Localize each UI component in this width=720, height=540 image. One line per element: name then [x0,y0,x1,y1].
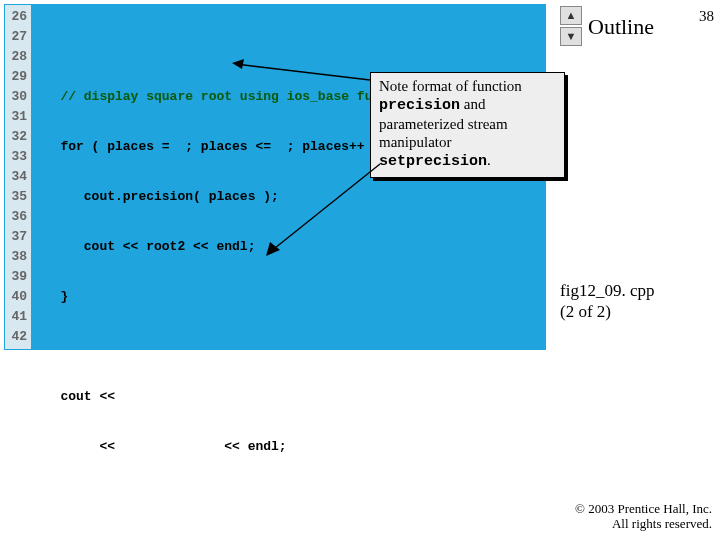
sidebar: 38 Outline ▲ ▼ fig12_09. cpp (2 of 2) [550,0,720,540]
line-number: 42 [5,327,31,347]
line-number: 35 [5,187,31,207]
line-number: 38 [5,247,31,267]
code-line: cout << [31,387,545,407]
line-number: 26 [5,7,31,27]
code-line [31,337,545,357]
copyright: © 2003 Prentice Hall, Inc. All rights re… [575,501,712,532]
callout-note: Note format of function precision and pa… [370,72,565,178]
line-number: 34 [5,167,31,187]
page-number: 38 [699,8,714,25]
code-line: cout.precision( places ); [31,187,545,207]
line-number: 28 [5,47,31,67]
line-number: 27 [5,27,31,47]
code-line [31,487,545,507]
line-number: 41 [5,307,31,327]
line-number-gutter: 26 27 28 29 30 31 32 33 34 35 36 37 38 3… [5,5,31,349]
code-line [31,37,545,57]
callout-code: precision [379,97,460,114]
code-line: << << endl; [31,437,545,457]
nav-up-button[interactable]: ▲ [560,6,582,25]
line-number: 33 [5,147,31,167]
slide: 38 Outline ▲ ▼ fig12_09. cpp (2 of 2) © … [0,0,720,540]
line-number: 39 [5,267,31,287]
code-line: } [31,287,545,307]
caption-line1: fig12_09. cpp [560,280,654,301]
line-number: 29 [5,67,31,87]
nav-down-button[interactable]: ▼ [560,27,582,46]
callout-code: setprecision [379,153,487,170]
line-number: 37 [5,227,31,247]
line-number: 36 [5,207,31,227]
outline-heading: Outline [588,14,654,40]
caption-line2: (2 of 2) [560,301,654,322]
file-caption: fig12_09. cpp (2 of 2) [560,280,654,323]
line-number: 40 [5,287,31,307]
copyright-line1: © 2003 Prentice Hall, Inc. [575,501,712,517]
code-line: cout << root2 << endl; [31,237,545,257]
line-number: 32 [5,127,31,147]
copyright-line2: All rights reserved. [575,516,712,532]
callout-text: . [487,152,491,168]
callout-text: Note format of function [379,78,522,94]
line-number: 30 [5,87,31,107]
line-number: 31 [5,107,31,127]
